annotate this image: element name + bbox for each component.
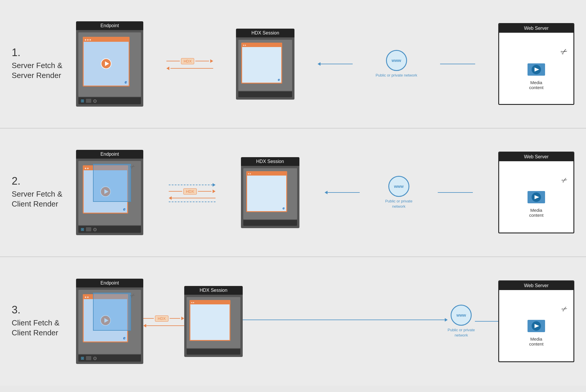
network-label-3: Public or privatenetwork bbox=[448, 327, 475, 338]
section-1-label: 1. Server Fetch &Server Render bbox=[12, 47, 76, 81]
webserver-content-2: ✂ Mediacontent bbox=[499, 161, 573, 233]
scissors-icon-ws-3: ✂ bbox=[560, 304, 569, 314]
hdx-dot2 bbox=[245, 45, 246, 46]
arrows-1-left: HDX bbox=[166, 58, 213, 70]
www-text-3: www bbox=[456, 313, 466, 318]
arrows-3-right bbox=[475, 321, 498, 322]
media-label-2: Mediacontent bbox=[529, 208, 543, 218]
arrow-left-2 bbox=[169, 196, 216, 200]
orange-line-l-2 bbox=[172, 198, 216, 198]
hdx-browser-1: e bbox=[241, 43, 282, 84]
orange-line-r-2b bbox=[198, 191, 211, 192]
arrows-1-right bbox=[440, 64, 475, 64]
taskbar-item-1 bbox=[86, 99, 91, 103]
blue-line-right-3 bbox=[475, 321, 498, 322]
arrow-left-3 bbox=[143, 324, 184, 327]
orange-line-r3b bbox=[170, 318, 180, 319]
endpoint-1-taskbar: ⊞ ⊙ bbox=[78, 97, 141, 104]
globe-icon-1: ⊙ bbox=[93, 98, 97, 104]
ie-icon-2: e bbox=[123, 207, 125, 211]
arrow-blue-line-1 bbox=[320, 64, 353, 64]
client-render-overlay-3 bbox=[93, 293, 131, 331]
arrow-blue-line-2 bbox=[328, 192, 360, 193]
arrow-blue-line-right-1 bbox=[440, 64, 475, 64]
section-1-number: 1. bbox=[12, 47, 76, 58]
blue-arrow-head-r3 bbox=[445, 318, 448, 322]
webserver-3: Web Server ✂ Mediacontent bbox=[498, 280, 574, 362]
hdx2-dot1 bbox=[248, 173, 249, 174]
ep2-dot1 bbox=[85, 168, 86, 169]
hdx-browser-content-3 bbox=[190, 304, 230, 340]
webserver-content-3: ✂ Mediacontent bbox=[499, 290, 573, 361]
hdx-browser-content-2: e bbox=[247, 176, 286, 211]
hdx-browser-bar-1 bbox=[242, 44, 281, 47]
arrow-head-right-1 bbox=[210, 59, 213, 63]
network-label-1: Public or private network bbox=[375, 73, 417, 78]
webserver-1: Web Server ✂ Mediacontent bbox=[498, 23, 574, 105]
orange-arrow-head-r3 bbox=[181, 317, 184, 320]
media-icon-1 bbox=[528, 61, 545, 77]
section-3-diagram: Endpoint e bbox=[76, 269, 574, 374]
hdx-session-2: HDX Session e bbox=[241, 157, 299, 228]
hdx3-dot1 bbox=[191, 302, 192, 303]
endpoint-3-screen: e ✂ bbox=[78, 290, 141, 354]
ie-icon-3: e bbox=[123, 336, 125, 340]
arrow-blue-line-right-2 bbox=[438, 192, 473, 193]
endpoint-2-taskbar: ⊞ ⊙ bbox=[78, 226, 141, 233]
arrow-line-right-1b bbox=[195, 61, 209, 61]
hdx-label-2: HDX Session bbox=[241, 157, 299, 166]
section-3-label: 3. Client Fetch &Client Render bbox=[12, 305, 76, 338]
globe-circle-1: www bbox=[386, 50, 407, 71]
section-1-diagram: Endpoint bbox=[76, 11, 574, 117]
hdx-ie-icon-1: e bbox=[278, 77, 280, 82]
hdx3-dot2 bbox=[193, 302, 194, 303]
endpoint-1: Endpoint bbox=[76, 21, 143, 107]
dashed-arrow-left-2 bbox=[169, 202, 216, 202]
hdx-ie-icon-2: e bbox=[282, 206, 285, 210]
section-2-title: Server Fetch &Client Render bbox=[12, 189, 76, 209]
webserver-label-2: Web Server bbox=[499, 152, 573, 161]
www-text-2: www bbox=[394, 184, 404, 189]
endpoint-1-dot3 bbox=[89, 39, 91, 41]
hdx-screen-2: e bbox=[243, 168, 297, 219]
ep3-dot1 bbox=[85, 296, 86, 298]
endpoint-2: Endpoint e bbox=[76, 150, 143, 235]
section-3-title: Client Fetch &Client Render bbox=[12, 318, 76, 338]
webserver-label-1: Web Server bbox=[499, 24, 573, 33]
section-2: 2. Server Fetch &Client Render Endpoint bbox=[0, 129, 586, 257]
hdx-browser-3 bbox=[189, 300, 230, 341]
network-label-2: Public or privatenetwork bbox=[385, 199, 412, 209]
hdx-browser-bar-3 bbox=[190, 301, 230, 304]
blue-line-r3 bbox=[243, 320, 445, 320]
arrow-line-left-1 bbox=[170, 68, 213, 69]
hdx-taskbar-2 bbox=[243, 220, 297, 226]
hdx-dot1 bbox=[243, 45, 244, 46]
globe-icon-3: ⊙ bbox=[93, 355, 97, 361]
dashed-arrow-head-right-2 bbox=[213, 183, 216, 187]
hdx-screen-1: e bbox=[238, 40, 292, 91]
taskbar-item-3 bbox=[86, 356, 91, 360]
dashed-line-right-2 bbox=[169, 185, 213, 185]
section-2-diagram: Endpoint e bbox=[76, 140, 574, 245]
arrow-right-hdx-1: HDX bbox=[166, 58, 213, 64]
hdx-screen-container-2: e bbox=[241, 166, 299, 228]
endpoint-1-dot1 bbox=[85, 39, 86, 41]
webserver-2: Web Server ✂ Mediacontent bbox=[498, 152, 574, 233]
hdx-badge-3: HDX bbox=[155, 315, 168, 322]
hdx-browser-content-1: e bbox=[242, 47, 281, 83]
arrows-1-mid bbox=[318, 62, 353, 66]
arrows-2-mid bbox=[325, 191, 360, 194]
endpoint-3: Endpoint e bbox=[76, 279, 143, 364]
hdx-screen-container-1: e bbox=[236, 37, 294, 100]
media-label-3: Mediacontent bbox=[529, 337, 543, 346]
arrow-blue-left-1 bbox=[318, 62, 353, 66]
globe-icon-2: ⊙ bbox=[93, 227, 97, 232]
arrows-3-long bbox=[243, 318, 448, 325]
ep2-dot2 bbox=[87, 168, 89, 169]
section-3: 3. Client Fetch &Client Render Endpoint bbox=[0, 257, 586, 386]
endpoint-1-browser: e bbox=[83, 37, 130, 86]
section-2-label: 2. Server Fetch &Client Render bbox=[12, 176, 76, 209]
media-icon-3 bbox=[528, 318, 545, 334]
hdx2-dot2 bbox=[250, 173, 251, 174]
orange-arrow-head-r-2 bbox=[213, 190, 216, 193]
